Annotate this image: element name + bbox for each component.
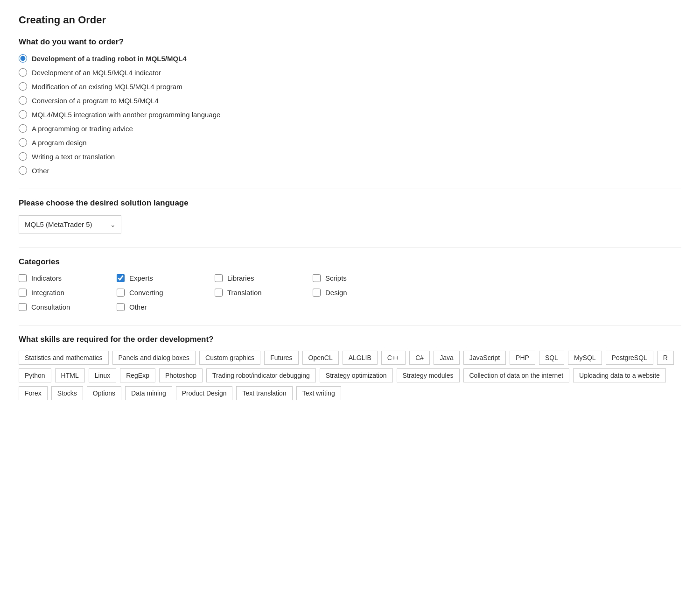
skill-tag-10[interactable]: JavaScript [463,351,506,365]
radio-item-8[interactable]: Writing a text or translation [19,152,681,161]
checkbox-7[interactable] [215,289,223,297]
category-label-3: Libraries [227,274,254,282]
skill-tag-28[interactable]: Options [87,386,121,400]
skills-heading: What skills are required for the order d… [19,335,681,344]
language-section: Please choose the desired solution langu… [19,198,681,233]
category-item-7[interactable]: Translation [215,289,303,297]
category-label-6: Converting [129,289,163,297]
checkbox-5[interactable] [19,289,27,297]
checkbox-8[interactable] [313,289,321,297]
category-label-1: Indicators [31,274,62,282]
checkbox-2[interactable] [117,274,125,282]
skill-tag-13[interactable]: MySQL [568,351,602,365]
skill-tag-12[interactable]: SQL [539,351,564,365]
skill-tag-31[interactable]: Text translation [236,386,292,400]
language-select[interactable]: MQL5 (MetaTrader 5)MQL4 (MetaTrader 4) [19,215,121,233]
skill-tag-22[interactable]: Strategy optimization [320,368,393,382]
skill-tag-8[interactable]: C# [409,351,430,365]
category-item-4[interactable]: Scripts [313,274,401,282]
checkbox-9[interactable] [19,303,27,311]
skill-tag-15[interactable]: R [657,351,674,365]
category-label-10: Other [129,303,147,311]
category-label-9: Consultation [31,303,70,311]
category-item-9[interactable]: Consultation [19,303,107,311]
skill-tag-9[interactable]: Java [434,351,460,365]
radio-label-1: Development of a trading robot in MQL5/M… [32,55,187,63]
skill-tag-19[interactable]: RegExp [120,368,155,382]
section-divider-2 [19,247,681,248]
radio-item-2[interactable]: Development of an MQL5/MQL4 indicator [19,68,681,77]
skill-tag-23[interactable]: Strategy modules [397,368,460,382]
category-item-5[interactable]: Integration [19,289,107,297]
category-item-6[interactable]: Converting [117,289,205,297]
radio-3[interactable] [19,82,27,91]
radio-1[interactable] [19,54,27,63]
category-item-1[interactable]: Indicators [19,274,107,282]
radio-label-9: Other [32,167,49,175]
radio-6[interactable] [19,124,27,133]
language-select-wrapper: MQL5 (MetaTrader 5)MQL4 (MetaTrader 4) ⌄ [19,215,121,233]
order-type-heading: What do you want to order? [19,37,681,47]
skill-tag-4[interactable]: Futures [264,351,298,365]
skill-tag-24[interactable]: Collection of data on the internet [463,368,570,382]
radio-item-7[interactable]: A program design [19,138,681,147]
checkbox-6[interactable] [117,289,125,297]
skill-tag-26[interactable]: Forex [19,386,48,400]
skill-tag-21[interactable]: Trading robot/indicator debugging [206,368,316,382]
radio-label-4: Conversion of a program to MQL5/MQL4 [32,97,159,105]
skill-tag-7[interactable]: C++ [381,351,406,365]
skill-tag-20[interactable]: Photoshop [159,368,203,382]
skills-section: What skills are required for the order d… [19,335,681,400]
skill-tag-25[interactable]: Uploading data to a website [573,368,666,382]
order-type-radio-group: Development of a trading robot in MQL5/M… [19,54,681,175]
checkbox-3[interactable] [215,274,223,282]
skill-tag-11[interactable]: PHP [510,351,535,365]
skill-tag-16[interactable]: Python [19,368,51,382]
checkbox-4[interactable] [313,274,321,282]
radio-2[interactable] [19,68,27,77]
radio-item-4[interactable]: Conversion of a program to MQL5/MQL4 [19,96,681,105]
skill-tag-2[interactable]: Panels and dialog boxes [112,351,196,365]
radio-item-9[interactable]: Other [19,166,681,175]
checkbox-1[interactable] [19,274,27,282]
radio-label-8: Writing a text or translation [32,153,115,161]
skill-tag-3[interactable]: Custom graphics [199,351,260,365]
radio-8[interactable] [19,152,27,161]
categories-heading: Categories [19,257,681,267]
section-divider-3 [19,325,681,325]
skill-tag-29[interactable]: Data mining [125,386,172,400]
category-item-2[interactable]: Experts [117,274,205,282]
radio-item-5[interactable]: MQL4/MQL5 integration with another progr… [19,110,681,119]
skill-tag-5[interactable]: OpenCL [302,351,339,365]
categories-section: Categories IndicatorsExpertsLibrariesScr… [19,257,681,311]
radio-label-5: MQL4/MQL5 integration with another progr… [32,111,220,119]
radio-4[interactable] [19,96,27,105]
skill-tag-17[interactable]: HTML [55,368,85,382]
category-item-8[interactable]: Design [313,289,401,297]
skill-tag-6[interactable]: ALGLIB [343,351,378,365]
skill-tag-1[interactable]: Statistics and mathematics [19,351,109,365]
category-item-10[interactable]: Other [117,303,205,311]
category-label-7: Translation [227,289,262,297]
skill-tag-14[interactable]: PostgreSQL [606,351,653,365]
skill-tag-30[interactable]: Product Design [176,386,233,400]
checkbox-10[interactable] [117,303,125,311]
category-label-4: Scripts [325,274,347,282]
radio-item-3[interactable]: Modification of an existing MQL5/MQL4 pr… [19,82,681,91]
radio-label-6: A programming or trading advice [32,125,133,133]
order-type-section: What do you want to order? Development o… [19,37,681,175]
skill-tag-32[interactable]: Text writing [296,386,341,400]
radio-item-6[interactable]: A programming or trading advice [19,124,681,133]
page-title: Creating an Order [19,14,681,26]
language-heading: Please choose the desired solution langu… [19,198,681,208]
categories-grid: IndicatorsExpertsLibrariesScriptsIntegra… [19,274,681,311]
skill-tag-18[interactable]: Linux [89,368,116,382]
section-divider-1 [19,189,681,189]
radio-item-1[interactable]: Development of a trading robot in MQL5/M… [19,54,681,63]
skill-tag-27[interactable]: Stocks [51,386,83,400]
radio-5[interactable] [19,110,27,119]
category-item-3[interactable]: Libraries [215,274,303,282]
radio-9[interactable] [19,166,27,175]
radio-7[interactable] [19,138,27,147]
radio-label-2: Development of an MQL5/MQL4 indicator [32,69,161,77]
